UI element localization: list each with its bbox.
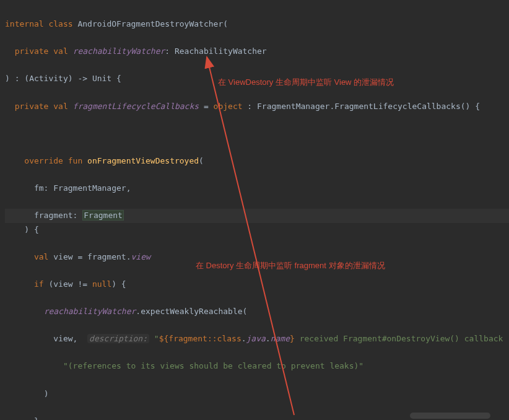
function-name: onFragmentViewDestroyed [87, 156, 199, 165]
keyword-val: val [53, 46, 67, 56]
property-ref: java [246, 334, 266, 343]
keyword-object: object [214, 102, 243, 111]
code-text: .expectWeaklyReachable( [136, 307, 247, 316]
param: fm: FragmentManager, [34, 183, 131, 193]
keyword-null: null [92, 279, 111, 289]
punct: . [241, 334, 246, 343]
property-ref: reachabilityWatcher [44, 307, 136, 316]
code-text: ) { [111, 279, 126, 289]
horizontal-scrollbar[interactable] [410, 413, 490, 419]
keyword-private: private [15, 46, 49, 56]
annotation-viewdestroy: 在 ViewDestory 生命周期中监听 View 的泄漏情况 [218, 76, 394, 89]
string: " [154, 334, 159, 343]
punct: } [34, 416, 39, 420]
property-ref: name [271, 334, 290, 343]
keyword-override: override [24, 156, 63, 165]
keyword-internal: internal [5, 19, 44, 28]
code-text: ) : (Activity) -> Unit { [5, 74, 121, 83]
string: "(references to its views should be clea… [63, 361, 363, 370]
code-text: view = fragment. [48, 252, 131, 261]
string-template: } [290, 334, 295, 343]
string-template: ${fragment:: [159, 334, 217, 343]
punct: . [266, 334, 271, 343]
keyword-val: val [34, 252, 48, 261]
punct: ) [44, 389, 49, 398]
highlighted-type: Fragment [82, 210, 124, 221]
code-text: ) { [24, 225, 38, 234]
annotation-destroy: 在 Destory 生命周期中监听 fragment 对象的泄漏情况 [196, 259, 385, 273]
keyword-private: private [15, 102, 49, 111]
code-text: = [199, 102, 213, 111]
keyword-class: class [217, 334, 241, 343]
property-ref: view [131, 252, 150, 261]
string: received Fragment#onDestroyView() callba… [295, 334, 509, 343]
code-text: : FragmentManager.FragmentLifecycleCallb… [243, 102, 481, 111]
property-name: reachabilityWatcher [73, 46, 165, 56]
keyword-class: class [48, 19, 72, 28]
keyword-fun: fun [68, 156, 82, 165]
arg: view, [53, 334, 77, 343]
punct: ( [223, 19, 228, 28]
property-name: fragmentLifecycleCallbacks [73, 102, 199, 111]
keyword-val: val [53, 102, 67, 111]
keyword-if: if [34, 279, 44, 289]
type-annotation: : ReachabilityWatcher [165, 46, 266, 56]
param-hint: description: [87, 334, 149, 343]
code-editor[interactable]: internal class AndroidOFragmentDestroyWa… [5, 4, 509, 420]
code-text: (view != [44, 279, 92, 289]
punct: ( [199, 156, 204, 165]
class-name: AndroidOFragmentDestroyWatcher [77, 19, 223, 28]
param: fragment: [34, 211, 82, 220]
